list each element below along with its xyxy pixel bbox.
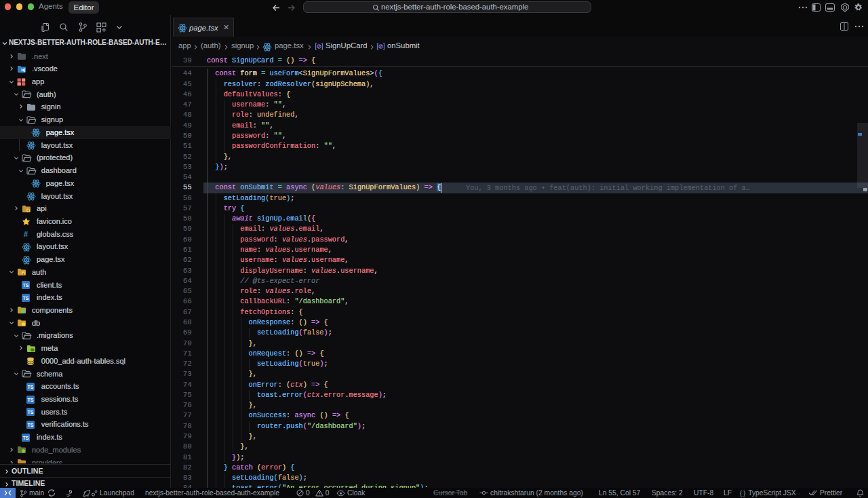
svg-text:TS: TS (27, 410, 33, 415)
svg-text:#: # (24, 230, 28, 238)
svg-text:TS: TS (27, 423, 33, 427)
svg-text:TS: TS (22, 436, 28, 440)
svg-text:TS: TS (27, 398, 33, 402)
svg-text:TS: TS (22, 296, 28, 301)
svg-text:TS: TS (27, 385, 33, 389)
svg-text:TS: TS (22, 283, 28, 288)
